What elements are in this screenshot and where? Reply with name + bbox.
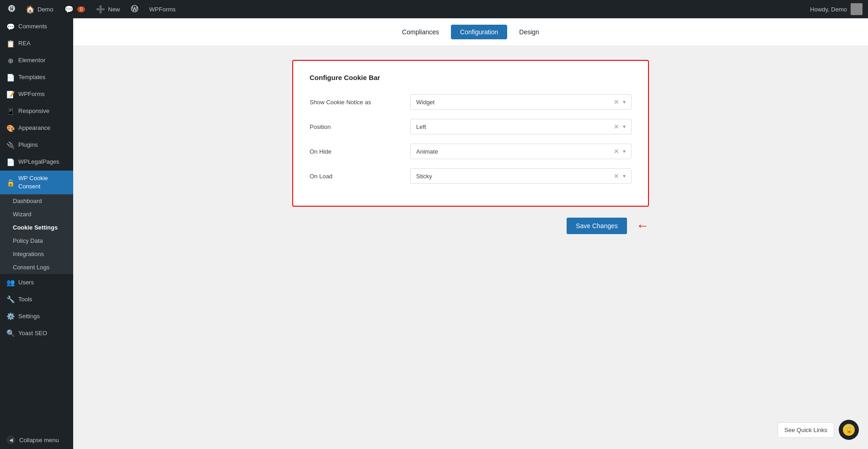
sidebar-sub-section: Dashboard Wizard Cookie Settings Policy …: [0, 194, 73, 274]
wordpress-icon: 🅦: [8, 5, 16, 13]
quick-links-circle[interactable]: 🔒: [839, 420, 859, 440]
elementor-icon: ⊕: [6, 56, 15, 65]
wplegal-icon: 📄: [6, 157, 15, 167]
main-layout: 💬 Comments 📋 REA ⊕ Elementor 📄 Templates…: [0, 18, 868, 449]
admin-bar-howdy[interactable]: Howdy, Demo: [804, 3, 868, 15]
save-area: Save Changes ←: [292, 218, 649, 234]
yoast-icon: 🔍: [6, 328, 15, 338]
sidebar-item-comments[interactable]: 💬 Comments: [0, 18, 73, 35]
quick-links-button[interactable]: See Quick Links: [777, 422, 834, 438]
wpforms-sidebar-icon: 📝: [6, 90, 15, 99]
admin-bar-wpforms-logo[interactable]: Ⓦ: [125, 0, 144, 18]
arrow-indicator: ←: [636, 219, 649, 233]
lock-icon: 🔒: [845, 426, 853, 433]
sidebar-item-yoast[interactable]: 🔍 Yoast SEO: [0, 325, 73, 342]
form-row-on-hide: On Hide Animate ✕ ▾: [310, 144, 632, 159]
sidebar-item-templates[interactable]: 📄 Templates: [0, 69, 73, 86]
sidebar-item-users[interactable]: 👥 Users: [0, 274, 73, 291]
select-on-load[interactable]: Sticky ✕ ▾: [410, 168, 632, 184]
sidebar-collapse[interactable]: ◀ Collapse menu: [0, 431, 73, 449]
sidebar-sub-integrations[interactable]: Integrations: [0, 247, 73, 261]
admin-bar-new[interactable]: ➕ New: [91, 0, 125, 18]
config-card-title: Configure Cookie Bar: [310, 74, 632, 81]
comment-count: 0: [77, 6, 86, 12]
label-position: Position: [310, 123, 401, 130]
sidebar-item-rea[interactable]: 📋 REA: [0, 35, 73, 52]
avatar: [851, 3, 863, 15]
content-area: Compliances Configuration Design Configu…: [73, 18, 868, 449]
sidebar-sub-policy-data[interactable]: Policy Data: [0, 234, 73, 247]
select-show-cookie-chevron: ▾: [623, 99, 626, 105]
sidebar-sub-wizard[interactable]: Wizard: [0, 208, 73, 221]
form-row-show-cookie: Show Cookie Notice as Widget ✕ ▾: [310, 94, 632, 110]
sidebar-sub-dashboard[interactable]: Dashboard: [0, 194, 73, 208]
label-on-hide: On Hide: [310, 148, 401, 155]
sidebar-item-wpcookie[interactable]: 🔒 WP Cookie Consent: [0, 171, 73, 194]
users-icon: 👥: [6, 278, 15, 287]
main-content: Configure Cookie Bar Show Cookie Notice …: [73, 46, 868, 449]
select-on-hide-wrapper: Animate ✕ ▾: [410, 144, 632, 159]
rea-icon: 📋: [6, 39, 15, 48]
sidebar: 💬 Comments 📋 REA ⊕ Elementor 📄 Templates…: [0, 18, 73, 449]
wp-logo[interactable]: 🅦: [4, 0, 20, 18]
save-changes-button[interactable]: Save Changes: [567, 218, 627, 234]
comment-icon: 💬: [64, 5, 74, 14]
sidebar-item-responsive[interactable]: 📱 Responsive: [0, 103, 73, 120]
label-on-load: On Load: [310, 173, 401, 180]
plus-icon: ➕: [96, 5, 105, 14]
select-position-chevron: ▾: [623, 123, 626, 130]
sidebar-item-wplegal[interactable]: 📄 WPLegalPages: [0, 154, 73, 171]
responsive-icon: 📱: [6, 107, 15, 116]
select-show-cookie-wrapper: Widget ✕ ▾: [410, 94, 632, 110]
form-row-on-load: On Load Sticky ✕ ▾: [310, 168, 632, 184]
plugins-icon: 🔌: [6, 140, 15, 150]
select-on-load-clear[interactable]: ✕: [614, 172, 619, 180]
home-icon: 🏠: [26, 5, 35, 14]
tab-bar: Compliances Configuration Design: [73, 18, 868, 46]
select-on-hide-chevron: ▾: [623, 148, 626, 155]
select-position-clear[interactable]: ✕: [614, 123, 619, 130]
tools-icon: 🔧: [6, 294, 15, 304]
select-on-hide-value: Animate: [416, 148, 438, 155]
tab-configuration[interactable]: Configuration: [451, 25, 507, 39]
admin-bar-demo[interactable]: 🏠 Demo: [20, 0, 59, 18]
sidebar-item-appearance[interactable]: 🎨 Appearance: [0, 120, 73, 137]
wpforms-w-icon: Ⓦ: [131, 5, 138, 14]
config-card: Configure Cookie Bar Show Cookie Notice …: [292, 60, 649, 207]
label-show-cookie: Show Cookie Notice as: [310, 99, 401, 106]
select-on-load-wrapper: Sticky ✕ ▾: [410, 168, 632, 184]
admin-bar-comments[interactable]: 💬 0: [59, 0, 91, 18]
sidebar-item-plugins[interactable]: 🔌 Plugins: [0, 137, 73, 154]
sidebar-item-wpforms[interactable]: 📝 WPForms: [0, 86, 73, 103]
tab-compliances[interactable]: Compliances: [393, 25, 448, 39]
sidebar-sub-consent-logs[interactable]: Consent Logs: [0, 261, 73, 274]
select-position[interactable]: Left ✕ ▾: [410, 119, 632, 134]
select-show-cookie-value: Widget: [416, 99, 434, 106]
appearance-icon: 🎨: [6, 123, 15, 133]
select-position-value: Left: [416, 123, 426, 130]
wpcookie-icon: 🔒: [6, 178, 15, 187]
admin-bar: 🅦 🏠 Demo 💬 0 ➕ New Ⓦ WPForms Howdy, Demo: [0, 0, 868, 18]
templates-icon: 📄: [6, 73, 15, 82]
sidebar-item-tools[interactable]: 🔧 Tools: [0, 291, 73, 308]
select-show-cookie-clear[interactable]: ✕: [614, 98, 619, 106]
sidebar-sub-cookie-settings[interactable]: Cookie Settings: [0, 221, 73, 234]
select-position-wrapper: Left ✕ ▾: [410, 119, 632, 134]
select-on-load-chevron: ▾: [623, 173, 626, 179]
settings-icon: ⚙️: [6, 311, 15, 321]
select-on-hide[interactable]: Animate ✕ ▾: [410, 144, 632, 159]
comments-icon: 💬: [6, 22, 15, 32]
lock-icon-circle: 🔒: [843, 424, 855, 436]
quick-links-area: See Quick Links 🔒: [777, 420, 859, 440]
admin-bar-right: Howdy, Demo: [804, 3, 868, 15]
select-on-hide-clear[interactable]: ✕: [614, 148, 619, 155]
sidebar-item-elementor[interactable]: ⊕ Elementor: [0, 52, 73, 69]
sidebar-item-settings[interactable]: ⚙️ Settings: [0, 308, 73, 325]
select-on-load-value: Sticky: [416, 173, 432, 180]
select-show-cookie[interactable]: Widget ✕ ▾: [410, 94, 632, 110]
admin-bar-wpforms[interactable]: WPForms: [144, 0, 181, 18]
form-row-position: Position Left ✕ ▾: [310, 119, 632, 134]
tab-design[interactable]: Design: [510, 25, 548, 39]
collapse-arrow-icon: ◀: [6, 435, 16, 444]
